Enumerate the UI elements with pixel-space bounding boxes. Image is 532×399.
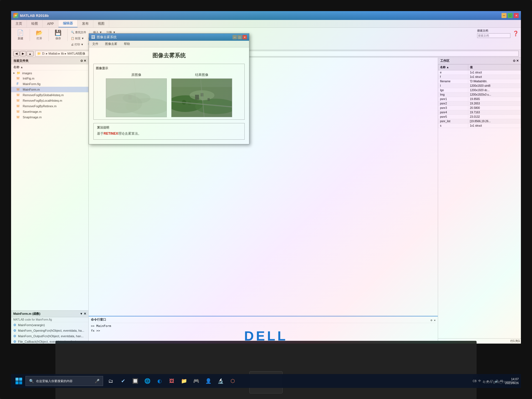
start-button[interactable] <box>13 375 24 387</box>
algorithm-section: 算法说明 基于RETINEX理论去雾算法。 <box>93 123 245 140</box>
language-icon[interactable]: 中 <box>478 379 481 383</box>
clear-image <box>172 79 232 117</box>
dialog-icon: 🖼 <box>91 35 95 39</box>
task-view-button[interactable]: 🗂 <box>105 375 116 387</box>
dialog-close-button[interactable]: ✕ <box>242 35 247 39</box>
matlab-icon: 🔬 <box>218 378 224 384</box>
todo-icon[interactable]: ✔ <box>117 375 129 387</box>
cb-label: CB <box>473 380 477 383</box>
task-view-icon: 🗂 <box>108 378 113 384</box>
images-section: 图像显示 原图像 <box>93 64 245 120</box>
dialog-menu-defog[interactable]: 图像去雾 <box>104 41 118 47</box>
edge-browser-icon: ◐ <box>157 378 162 384</box>
game-controller-icon: 🎮 <box>193 378 199 384</box>
foggy-image <box>106 79 167 117</box>
matlab-taskbar-icon[interactable]: 🔬 <box>215 375 226 387</box>
dialog-title-text: 🖼 图像去雾系统 <box>91 35 117 40</box>
photos-app-icon: 🖼 <box>169 378 174 384</box>
svg-rect-15 <box>208 98 210 101</box>
taskbar: 🔍 在这里输入你要搜索的内容 🎤 🗂 ✔ 🔲 🌐 ◐ 🖼 📁 🎮 👤 <box>11 374 521 388</box>
check-icon: ✔ <box>121 378 125 384</box>
person-icon[interactable]: 👤 <box>203 375 214 387</box>
windows-logo-icon <box>16 378 22 384</box>
svg-line-6 <box>106 101 167 106</box>
dialog-title: 图像去雾系统 <box>97 35 117 40</box>
chrome-icon[interactable]: 🌐 <box>142 375 153 387</box>
result-image-container: 结果图像 <box>171 73 232 117</box>
win-quad-tl <box>16 378 19 381</box>
result-label: 结果图像 <box>195 73 208 77</box>
svg-line-7 <box>134 79 139 117</box>
watermark: CSDN @m0_73309507 <box>483 380 515 384</box>
search-bar[interactable]: 🔍 在这里输入你要搜索的内容 🎤 <box>25 376 103 386</box>
original-image-frame <box>106 78 167 117</box>
app-icon: ⬡ <box>231 378 235 384</box>
result-image-frame <box>171 78 232 117</box>
dialog-menu-file[interactable]: 文件 <box>91 41 99 47</box>
svg-point-2 <box>126 98 167 115</box>
user-icon: 👤 <box>205 378 211 384</box>
retinex-keyword: RETINEX <box>104 132 118 135</box>
original-label: 原图像 <box>131 73 141 77</box>
file-explorer-icon: 📁 <box>181 378 187 384</box>
dialog: 🖼 图像去雾系统 ─ □ ✕ 文件 图像去雾 帮助 图像去雾系统 图像显示 <box>89 33 249 144</box>
svg-rect-5 <box>134 94 136 97</box>
dialog-content: 图像去雾系统 图像显示 原图像 <box>89 47 249 144</box>
svg-rect-13 <box>195 95 199 100</box>
dialog-overlay: 🖼 图像去雾系统 ─ □ ✕ 文件 图像去雾 帮助 图像去雾系统 图像显示 <box>11 11 521 344</box>
calc-icon: 🔲 <box>132 378 138 384</box>
folder-icon[interactable]: 📁 <box>178 375 190 387</box>
browser-icon: 🌐 <box>144 378 150 384</box>
dialog-minimize-button[interactable]: ─ <box>232 35 237 39</box>
dialog-controls: ─ □ ✕ <box>232 35 247 39</box>
monitor-stand <box>55 341 477 399</box>
svg-rect-20 <box>172 79 232 87</box>
dialog-menu-bar: 文件 图像去雾 帮助 <box>89 41 249 47</box>
foggy-image-svg <box>106 79 167 117</box>
svg-point-1 <box>106 94 142 113</box>
svg-point-3 <box>123 93 150 104</box>
taskbar-icons: 🗂 ✔ 🔲 🌐 ◐ 🖼 📁 🎮 👤 🔬 ⬡ <box>105 375 238 387</box>
algorithm-description: 基于RETINEX理论去雾算法。 <box>97 131 241 136</box>
images-section-label: 图像显示 <box>96 66 242 70</box>
dialog-main-heading: 图像去雾系统 <box>93 52 245 59</box>
images-row: 原图像 <box>96 73 242 117</box>
mic-icon[interactable]: 🎤 <box>95 379 99 383</box>
svg-rect-4 <box>128 95 132 99</box>
dialog-title-bar: 🖼 图像去雾系统 ─ □ ✕ <box>89 34 249 41</box>
win-quad-bl <box>16 381 19 384</box>
calculator-icon[interactable]: 🔲 <box>130 375 141 387</box>
algorithm-section-label: 算法说明 <box>97 126 241 130</box>
clear-image-svg <box>172 79 232 117</box>
edge-icon[interactable]: ◐ <box>154 375 165 387</box>
svg-rect-8 <box>106 79 167 117</box>
win-quad-tr <box>19 378 22 381</box>
game-icon[interactable]: 🎮 <box>191 375 202 387</box>
dialog-menu-help[interactable]: 帮助 <box>123 41 131 47</box>
screen: M MATLAB R2018b ─ □ ✕ 主页 绘图 APP 编辑器 发布 视… <box>11 11 521 344</box>
photos-icon[interactable]: 🖼 <box>166 375 177 387</box>
search-icon: 🔍 <box>29 379 34 383</box>
dialog-maximize-button[interactable]: □ <box>237 35 242 39</box>
win-quad-br <box>19 381 22 384</box>
original-image-container: 原图像 <box>106 73 167 117</box>
svg-rect-0 <box>106 79 167 117</box>
search-placeholder-text: 在这里输入你要搜索的内容 <box>36 379 73 383</box>
another-icon[interactable]: ⬡ <box>227 375 238 387</box>
